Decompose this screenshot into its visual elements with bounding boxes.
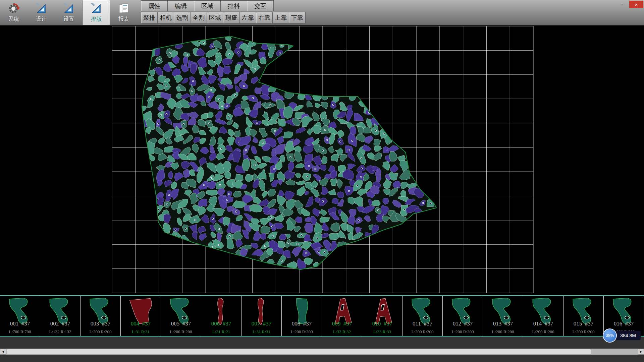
piece-id: 005_#37: [161, 320, 201, 327]
nav-button-label: 设置: [63, 16, 74, 23]
nav-button[interactable]: 排版: [83, 0, 110, 25]
nesting-canvas-svg[interactable]: [0, 25, 644, 295]
piece-id: 006_#37: [201, 320, 241, 327]
tool-button[interactable]: 聚排: [141, 12, 158, 23]
nav-button-label: 系统: [8, 16, 19, 23]
piece-lr-count: L:200 R:200: [80, 329, 120, 335]
tool-button[interactable]: 右靠: [256, 12, 273, 23]
piece-id: 004_#37: [121, 320, 161, 327]
nesting-canvas[interactable]: [0, 25, 644, 295]
piece-id: 010_#37: [362, 320, 402, 327]
piece-thumbnail[interactable]: 007_#37 L:31 R:31: [241, 296, 282, 336]
menu-tab[interactable]: 区域: [194, 0, 221, 11]
piece-thumbnail[interactable]: 003_#37 L:200 R:200: [80, 296, 121, 336]
piece-lr-count: L:200 R:200: [523, 329, 563, 335]
settings-icon: [63, 3, 75, 15]
menu-stack: 属性 编辑 区域 排料 交互 聚排 相机 选割 全: [141, 0, 305, 23]
piece-id: 016_#37: [604, 320, 644, 327]
tool-button[interactable]: 瑕疵: [223, 12, 240, 23]
piece-lr-count: L:200 R:200: [443, 329, 483, 335]
scroll-right-button[interactable]: ▶: [638, 349, 644, 355]
nav-button[interactable]: 设计: [28, 0, 55, 25]
piece-lr-count: L:31 R:31: [121, 329, 161, 335]
tool-button[interactable]: 左靠: [239, 12, 256, 23]
scroll-left-button[interactable]: ◀: [0, 349, 6, 355]
nav-button[interactable]: 设置: [55, 0, 83, 25]
app-window: 系统 设计 设置 排版 报表: [0, 0, 644, 362]
title-toolbar: 系统 设计 设置 排版 报表: [0, 0, 644, 25]
piece-lr-count: L:21 R:21: [201, 329, 241, 335]
design-icon: [35, 3, 47, 15]
piece-id: 008_#37: [282, 320, 322, 327]
tool-button[interactable]: 选割: [174, 12, 191, 23]
piece-id: 014_#37: [523, 320, 563, 327]
memory-status-badge: 38% 384.8M: [603, 328, 641, 343]
gear-icon: [8, 3, 20, 15]
piece-lr-count: L:200 R:200: [402, 329, 442, 335]
piece-thumbnail[interactable]: 005_#37 L:200 R:200: [161, 296, 201, 336]
piece-id: 009_#37: [322, 320, 362, 327]
scrollbar-track[interactable]: [6, 349, 638, 355]
minimize-button[interactable]: –: [615, 1, 629, 8]
piece-lr-count: L:200 R:200: [483, 329, 523, 335]
piece-id: 012_#37: [443, 320, 483, 327]
memory-usage-label: 384.8M: [614, 331, 641, 340]
piece-id: 011_#37: [402, 320, 442, 327]
piece-id: 007_#37: [241, 320, 281, 327]
piece-id: 003_#37: [80, 320, 120, 327]
piece-lr-count: L:700 R:700: [0, 329, 40, 335]
piece-thumbnail[interactable]: 009_#37 L:32 R:32: [322, 296, 362, 336]
piece-thumbnail[interactable]: 012_#37 L:200 R:200: [443, 296, 483, 336]
progress-percent-badge: 38%: [603, 328, 617, 343]
menu-tab[interactable]: 编辑: [167, 0, 194, 11]
scrollbar-thumb[interactable]: [7, 349, 591, 354]
piece-thumbnail[interactable]: 014_#37 L:200 R:200: [523, 296, 564, 336]
tool-button[interactable]: 区域: [207, 12, 223, 23]
piece-lr-count: L:200 R:200: [161, 329, 201, 335]
close-button[interactable]: ×: [629, 1, 643, 8]
piece-thumbnail[interactable]: 001_#37 L:700 R:700: [0, 296, 40, 336]
nav-button-label: 设计: [36, 16, 47, 23]
nav-button[interactable]: 系统: [0, 0, 28, 25]
piece-thumbnail[interactable]: 015_#37 L:200 R:200: [564, 296, 604, 336]
piece-thumbnail[interactable]: 006_#37 L:21 R:21: [201, 296, 241, 336]
piece-id: 002_#37: [40, 320, 80, 327]
menu-tab[interactable]: 交互: [247, 0, 274, 11]
piece-lr-count: L:132 R:132: [40, 329, 80, 335]
window-controls: – ×: [615, 1, 643, 8]
piece-lr-count: L:31 R:31: [241, 329, 281, 335]
tool-button[interactable]: 全割: [190, 12, 207, 23]
pieces-strip: 001_#37 L:700 R:700 002_#37 L:132 R:132 …: [0, 295, 644, 337]
piece-id: 015_#37: [564, 320, 603, 327]
piece-id: 013_#37: [483, 320, 523, 327]
report-icon: [118, 3, 130, 15]
horizontal-scrollbar[interactable]: ◀ ▶: [0, 349, 644, 355]
piece-thumbnail[interactable]: 013_#37 L:200 R:200: [483, 296, 523, 336]
piece-thumbnail[interactable]: 011_#37 L:200 R:200: [402, 296, 443, 336]
menu-tab-row: 属性 编辑 区域 排料 交互: [141, 0, 305, 11]
piece-thumbnail[interactable]: 008_#37 L:200 R:200: [282, 296, 322, 336]
layout-icon: [90, 3, 102, 15]
piece-lr-count: L:200 R:200: [282, 329, 322, 335]
tool-button-row: 聚排 相机 选割 全割 区域 瑕疵 左靠 右靠 上靠 下靠: [141, 12, 305, 23]
piece-thumbnail[interactable]: 002_#37 L:132 R:132: [40, 296, 80, 336]
tool-button[interactable]: 上靠: [272, 12, 289, 23]
piece-lr-count: L:33 R:33: [362, 329, 402, 335]
main-nav: 系统 设计 设置 排版 报表: [0, 0, 138, 25]
piece-lr-count: L:200 R:200: [564, 329, 603, 335]
bottom-bar: ◀ ▶: [0, 337, 644, 362]
piece-id: 001_#37: [0, 320, 40, 327]
nav-button[interactable]: 报表: [110, 0, 138, 25]
tool-button[interactable]: 下靠: [289, 12, 306, 23]
tool-button[interactable]: 相机: [157, 12, 174, 23]
piece-thumbnail[interactable]: 004_#37 L:31 R:31: [121, 296, 161, 336]
piece-lr-count: L:32 R:32: [322, 329, 362, 335]
menu-tab[interactable]: 排料: [220, 0, 247, 11]
nav-button-label: 排版: [91, 16, 102, 23]
nav-button-label: 报表: [118, 16, 129, 23]
menu-tab[interactable]: 属性: [141, 0, 168, 11]
piece-thumbnail[interactable]: 010_#37 L:33 R:33: [362, 296, 402, 336]
